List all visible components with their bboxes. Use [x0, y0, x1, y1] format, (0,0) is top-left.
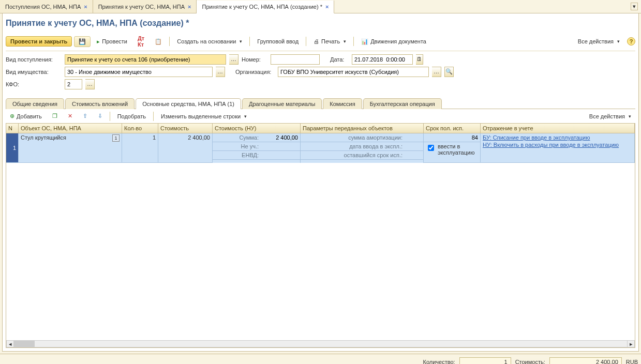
col-reflect[interactable]: Отражение в учете: [481, 124, 635, 133]
tab-3[interactable]: Принятие к учету ОС, НМА, НПА (создание)…: [197, 1, 334, 13]
tab-label: Принятия к учету ОС, НМА, НПА: [98, 4, 185, 10]
org-picker[interactable]: …: [432, 67, 441, 77]
vid-post-label: Вид поступления:: [6, 56, 62, 63]
grid-toolbar: ⊕Добавить ❐ ✕ ⇧ ⇩ Подобрать Изменить выд…: [6, 109, 635, 123]
tab-1[interactable]: Поступления ОС, НМА, НПА ×: [0, 0, 93, 13]
move-up-button[interactable]: ⇧: [79, 111, 92, 121]
col-n[interactable]: N: [6, 124, 19, 133]
scroll-thumb[interactable]: [14, 341, 35, 347]
create-based-button[interactable]: Создать на основании: [173, 37, 246, 46]
commission-checkbox[interactable]: [428, 145, 434, 151]
vid-post-picker[interactable]: …: [229, 54, 238, 65]
commission-label: ввести в эксплуатацию: [438, 143, 478, 156]
scroll-right-icon[interactable]: ▸: [627, 341, 634, 347]
close-icon[interactable]: ×: [325, 4, 329, 10]
subtab-precious[interactable]: Драгоценные материалы: [242, 98, 322, 109]
kfo-input[interactable]: [65, 79, 82, 89]
cell-obj: Стул крутящийся 1: [19, 133, 122, 163]
main-toolbar: Провести и закрыть 💾 ▸Провести ДтКт 📋 Со…: [6, 32, 635, 51]
vid-im-input[interactable]: [65, 67, 213, 77]
copy-icon: ❐: [52, 113, 57, 119]
cell-cost-nu: Сумма:2 400,00 Не уч.: ЕНВД:: [213, 133, 301, 163]
number-label: Номер:: [242, 56, 267, 63]
post-and-close-button[interactable]: Провести и закрыть: [6, 36, 72, 47]
copy-button[interactable]: ❐: [48, 111, 62, 121]
col-params[interactable]: Параметры переданных объектов: [301, 124, 424, 133]
group-input-button[interactable]: Групповой ввод: [253, 37, 303, 46]
obj-text: Стул крутящийся: [21, 134, 66, 141]
scroll-left-icon[interactable]: ◂: [7, 341, 14, 347]
qty-value: 1: [459, 357, 511, 364]
subtab-cost[interactable]: Стоимость вложений: [65, 98, 135, 109]
post-button[interactable]: ▸Провести: [93, 37, 131, 47]
subtab-buh[interactable]: Бухгалтерская операция: [363, 98, 442, 109]
arrow-down-icon: ⇩: [98, 113, 102, 119]
vid-im-picker[interactable]: …: [216, 67, 225, 77]
table-row[interactable]: 1 Стул крутящийся 1 1 2 400,00 Сумма:2 4…: [6, 133, 635, 163]
kfo-label: КФО:: [6, 81, 62, 87]
obj-count-badge: 1: [112, 134, 120, 142]
dtkt-button[interactable]: ДтКт: [133, 34, 148, 49]
reflect-bu-link[interactable]: БУ: Списание при вводе в эксплуатацию: [483, 134, 590, 141]
date-label: Дата:: [330, 56, 349, 63]
col-cost-nu[interactable]: Стоимость (НУ): [213, 124, 301, 133]
save-button[interactable]: 💾: [74, 36, 91, 47]
add-button[interactable]: ⊕Добавить: [6, 111, 46, 121]
movements-icon: 📊: [361, 38, 368, 45]
subtab-os[interactable]: Основные средства, НМА, НПА (1): [136, 98, 241, 109]
col-cost[interactable]: Стоимость: [158, 124, 213, 133]
dtkt-icon: ДтКт: [138, 35, 144, 48]
pick-button[interactable]: Подобрать: [113, 112, 150, 121]
movements-button[interactable]: 📊Движения документа: [357, 37, 430, 47]
header-form: Вид поступления: … Номер: Дата: 🗓 Вид им…: [6, 51, 635, 95]
subtab-commission[interactable]: Комиссия: [323, 98, 362, 109]
clipboard-button[interactable]: 📋: [151, 37, 166, 47]
col-life[interactable]: Срок пол. исп.: [424, 124, 481, 133]
clipboard-icon: 📋: [155, 38, 162, 45]
grid-body[interactable]: 1 Стул крутящийся 1 1 2 400,00 Сумма:2 4…: [6, 133, 635, 340]
qty-label: Количество:: [423, 359, 455, 364]
print-button[interactable]: 🖨Печать: [309, 37, 350, 46]
date-input[interactable]: [352, 54, 413, 65]
delete-button[interactable]: ✕: [64, 111, 77, 121]
col-qty[interactable]: Кол-во: [122, 124, 158, 133]
cell-life: 84 ввести в эксплуатацию: [424, 133, 481, 163]
cell-qty: 1: [122, 133, 158, 163]
move-down-button[interactable]: ⇩: [94, 111, 107, 121]
vid-post-input[interactable]: [65, 54, 226, 65]
add-icon: ⊕: [10, 113, 14, 119]
cell-params: сумма амортизации: дата ввода в экспл.: …: [301, 133, 424, 163]
cost-value: 2 400,00: [549, 357, 622, 364]
reflect-nu-link[interactable]: НУ: Включить в расходы при вводе в экспл…: [483, 142, 619, 148]
subtabs: Общие сведения Стоимость вложений Основн…: [6, 98, 635, 109]
cost-label: Стоимость:: [515, 359, 545, 364]
number-input[interactable]: [271, 54, 320, 65]
all-actions-button[interactable]: Все действия: [574, 37, 624, 46]
subtab-general[interactable]: Общие сведения: [6, 98, 64, 109]
delete-icon: ✕: [68, 113, 72, 119]
close-icon[interactable]: ×: [188, 4, 191, 10]
cell-n: 1: [6, 133, 19, 163]
arrow-up-icon: ⇧: [83, 113, 87, 119]
post-icon: ▸: [97, 38, 100, 45]
vid-im-label: Вид имущества:: [6, 69, 62, 75]
cell-cost: 2 400,00: [158, 133, 213, 163]
col-obj[interactable]: Объект ОС, НМА, НПА: [19, 124, 122, 133]
page-title: Принятие к учету ОС, НМА, НПА (создание)…: [6, 17, 635, 32]
status-bar: Количество: 1 Стоимость: 2 400,00 RUB: [0, 354, 641, 364]
org-open[interactable]: 🔍: [444, 67, 454, 77]
kfo-picker[interactable]: …: [85, 79, 95, 89]
org-input[interactable]: [278, 67, 429, 77]
horizontal-scrollbar[interactable]: ◂ ▸: [6, 340, 635, 347]
calendar-icon[interactable]: 🗓: [416, 54, 423, 65]
grid-header: N Объект ОС, НМА, НПА Кол-во Стоимость С…: [6, 124, 635, 133]
tab-label: Принятие к учету ОС, НМА, НПА (создание)…: [202, 4, 322, 10]
grid-all-actions-button[interactable]: Все действия: [585, 112, 635, 121]
window-tabs: Поступления ОС, НМА, НПА × Принятия к уч…: [0, 0, 641, 13]
document-content: Принятие к учету ОС, НМА, НПА (создание)…: [2, 13, 639, 352]
edit-rows-button[interactable]: Изменить выделенные строки: [157, 112, 251, 121]
window-menu-icon[interactable]: ▾: [631, 3, 638, 10]
help-icon[interactable]: ?: [627, 37, 635, 46]
close-icon[interactable]: ×: [84, 4, 87, 10]
tab-2[interactable]: Принятия к учету ОС, НМА, НПА ×: [93, 0, 197, 13]
